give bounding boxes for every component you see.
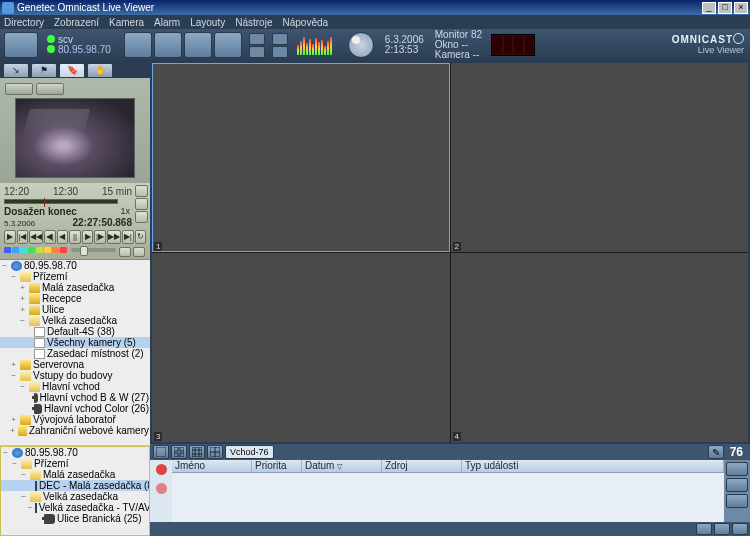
tree-root[interactable]: 80.95.98.70 <box>25 447 78 458</box>
alarm-filter-icon[interactable] <box>156 483 167 494</box>
skip-end-button[interactable]: ▶| <box>122 230 134 244</box>
tree-item[interactable]: Velká zasedačka - TV/AV (34) <box>39 502 150 513</box>
layout-name[interactable]: Vchod-76 <box>225 445 274 459</box>
tree-item[interactable]: Hlavní vchod <box>42 381 100 392</box>
step-back-button[interactable]: ◀| <box>44 230 56 244</box>
menu-directory[interactable]: Directory <box>4 17 44 28</box>
tree-item[interactable]: Malá zasedačka <box>43 469 115 480</box>
step-forward-button[interactable]: |▶ <box>94 230 106 244</box>
toolbar-small-button[interactable] <box>272 46 288 58</box>
subtab-button[interactable] <box>5 83 33 95</box>
tree-item[interactable]: Zahraniční webové kamery <box>29 425 149 436</box>
menu-help[interactable]: Nápověda <box>282 17 328 28</box>
col-source[interactable]: Zdroj <box>382 460 462 472</box>
play-forward-button[interactable]: ▶ <box>82 230 94 244</box>
layout-3x3-button[interactable] <box>189 445 205 459</box>
tree-item[interactable]: Default-4S (38) <box>47 326 115 337</box>
col-date[interactable]: Datum ▽ <box>302 460 382 472</box>
play-button[interactable]: ▶ <box>4 230 16 244</box>
expand-icon[interactable]: − <box>19 492 28 501</box>
tab-pin[interactable]: ⚑ <box>31 63 57 78</box>
expand-icon[interactable]: − <box>9 371 18 380</box>
tree-item[interactable]: Malá zasedačka <box>42 282 114 293</box>
menu-layouts[interactable]: Layouty <box>190 17 225 28</box>
event-list-body[interactable] <box>172 473 724 522</box>
tree-item[interactable]: Hlavní vchod Color (26) <box>44 403 149 414</box>
layout-4x4-button[interactable] <box>207 445 223 459</box>
fast-forward-button[interactable]: ▶▶ <box>107 230 121 244</box>
tree-item[interactable]: Vstupy do budovy <box>33 370 113 381</box>
tree-item-selected[interactable]: DEC - Malá zasedačka (82) <box>39 480 150 491</box>
toolbar-button[interactable] <box>214 32 242 58</box>
user-icon[interactable] <box>4 32 38 58</box>
tree-item[interactable]: Serverovna <box>33 359 84 370</box>
event-button[interactable] <box>726 494 748 508</box>
tree-item[interactable]: Přízemí <box>33 271 67 282</box>
tree-item[interactable]: Přízemí <box>34 458 68 469</box>
toolbar-small-button[interactable] <box>249 33 265 45</box>
close-button[interactable]: × <box>734 2 748 14</box>
alarm-filter-icon[interactable] <box>156 464 167 475</box>
toolbar-button[interactable] <box>154 32 182 58</box>
timeline-scrubber[interactable] <box>4 199 118 204</box>
expand-icon[interactable]: + <box>18 283 27 292</box>
camera-preview[interactable] <box>15 98 135 178</box>
camera-tree[interactable]: −80.95.98.70 −Přízemí +Malá zasedačka +R… <box>0 259 150 446</box>
expand-icon[interactable]: − <box>10 459 19 468</box>
tree-item-selected[interactable]: Všechny kamery (5) <box>47 337 136 348</box>
expand-icon[interactable]: − <box>19 470 28 479</box>
menu-alarm[interactable]: Alarm <box>154 17 180 28</box>
tree-item[interactable]: Vývojová laboratoř <box>33 414 116 425</box>
rewind-button[interactable]: ◀◀ <box>29 230 43 244</box>
layout-2x2-button[interactable] <box>171 445 187 459</box>
pause-button[interactable]: || <box>69 230 81 244</box>
monitor-tree[interactable]: −80.95.98.70 −Přízemí −Malá zasedačka DE… <box>0 446 150 536</box>
video-tile-2[interactable]: 2 <box>451 63 749 252</box>
expand-icon[interactable]: + <box>9 415 18 424</box>
layout-1x1-button[interactable] <box>153 445 169 459</box>
timeline-button[interactable] <box>135 185 148 197</box>
menu-camera[interactable]: Kamera <box>109 17 144 28</box>
minimize-button[interactable]: _ <box>702 2 716 14</box>
expand-icon[interactable]: + <box>9 360 18 369</box>
tree-item[interactable]: Zasedací místnost (2) <box>47 348 144 359</box>
skip-start-button[interactable]: |◀ <box>17 230 29 244</box>
edit-layout-button[interactable]: ✎ <box>708 445 724 459</box>
tree-item[interactable]: Hlavní vchod B & W (27) <box>40 392 149 403</box>
maximize-button[interactable]: □ <box>718 2 732 14</box>
tab-arrow[interactable]: ↘ <box>3 63 29 78</box>
tree-item[interactable]: Ulice Branická (25) <box>57 513 141 524</box>
col-name[interactable]: Jméno <box>172 460 252 472</box>
timeline-button[interactable] <box>135 198 148 210</box>
toolbar-small-button[interactable] <box>249 46 265 58</box>
video-tile-4[interactable]: 4 <box>451 253 749 442</box>
video-tile-3[interactable]: 3 <box>152 253 450 442</box>
slider-button[interactable] <box>133 247 145 257</box>
loop-button[interactable]: ↻ <box>135 230 147 244</box>
subtab-button[interactable] <box>36 83 64 95</box>
tree-item[interactable]: Recepce <box>42 293 81 304</box>
video-tile-1[interactable]: 1 <box>152 63 450 252</box>
expand-icon[interactable]: + <box>18 294 27 303</box>
slider-button[interactable] <box>119 247 131 257</box>
expand-icon[interactable]: − <box>0 261 9 270</box>
footer-button[interactable] <box>696 523 712 535</box>
toolbar-small-button[interactable] <box>272 33 288 45</box>
tab-bookmark[interactable]: 🔖 <box>59 63 85 78</box>
event-button[interactable] <box>726 478 748 492</box>
menu-view[interactable]: Zobrazení <box>54 17 99 28</box>
tab-hand[interactable]: ✋ <box>87 63 113 78</box>
tree-root[interactable]: 80.95.98.70 <box>24 260 77 271</box>
col-priority[interactable]: Priorita <box>252 460 302 472</box>
speed-slider[interactable] <box>71 248 116 252</box>
expand-icon[interactable]: − <box>18 382 27 391</box>
toolbar-button[interactable] <box>124 32 152 58</box>
footer-button[interactable] <box>732 523 748 535</box>
expand-icon[interactable]: − <box>28 503 33 512</box>
play-reverse-button[interactable]: ◀ <box>57 230 69 244</box>
col-type[interactable]: Typ události <box>462 460 724 472</box>
footer-button[interactable] <box>714 523 730 535</box>
expand-icon[interactable]: + <box>9 426 16 435</box>
tree-item[interactable]: Velká zasedačka <box>43 491 118 502</box>
expand-icon[interactable]: − <box>1 448 10 457</box>
